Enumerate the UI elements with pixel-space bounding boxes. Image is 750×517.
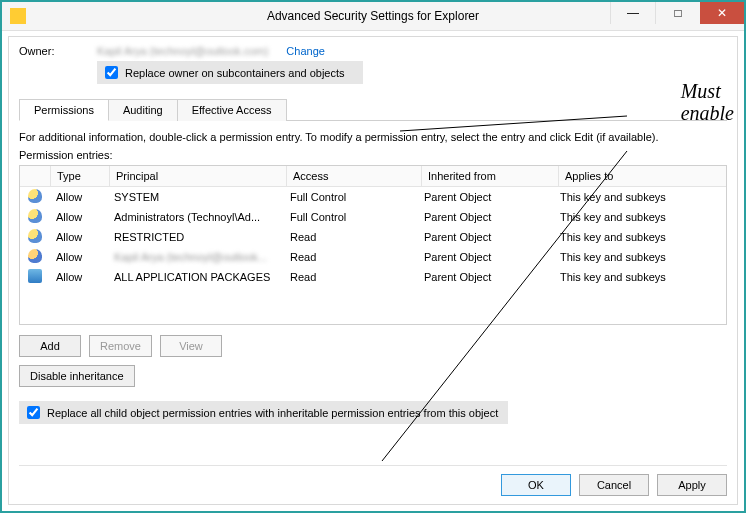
permission-table: Type Principal Access Inherited from App… [19, 165, 727, 325]
cell-principal: Kapil Arya (technoyl@outlook... [108, 251, 284, 263]
cancel-button[interactable]: Cancel [579, 474, 649, 496]
cell-type: Allow [50, 271, 108, 283]
cell-type: Allow [50, 251, 108, 263]
column-inherited[interactable]: Inherited from [422, 166, 559, 186]
replace-child-container: Replace all child object permission entr… [19, 401, 508, 424]
cell-applies: This key and subkeys [554, 251, 726, 263]
principal-icon [28, 189, 42, 203]
annotation-line2: enable [681, 102, 734, 124]
column-applies[interactable]: Applies to [559, 166, 726, 186]
add-button[interactable]: Add [19, 335, 81, 357]
annotation-line1: Must [681, 80, 734, 102]
cell-access: Read [284, 271, 418, 283]
column-principal[interactable]: Principal [110, 166, 287, 186]
content-area: Owner: Kapil Arya (technoyl@outlook.com)… [8, 36, 738, 505]
table-row[interactable]: AllowRESTRICTEDReadParent ObjectThis key… [20, 227, 726, 247]
cell-access: Full Control [284, 191, 418, 203]
entry-buttons: Add Remove View [19, 335, 727, 357]
titlebar: Advanced Security Settings for Explorer … [2, 2, 744, 31]
cell-access: Read [284, 231, 418, 243]
replace-owner-checkbox[interactable] [105, 66, 118, 79]
folder-icon [10, 8, 26, 24]
cell-applies: This key and subkeys [554, 211, 726, 223]
cell-applies: This key and subkeys [554, 271, 726, 283]
tab-effective-access[interactable]: Effective Access [177, 99, 287, 121]
footer-divider [19, 465, 727, 466]
owner-label: Owner: [19, 45, 79, 57]
replace-owner-label: Replace owner on subcontainers and objec… [125, 67, 345, 79]
annotation-text: Must enable [681, 80, 734, 124]
cell-inherited: Parent Object [418, 211, 554, 223]
permission-entries-label: Permission entries: [19, 149, 727, 161]
cell-applies: This key and subkeys [554, 191, 726, 203]
column-access[interactable]: Access [287, 166, 422, 186]
cell-type: Allow [50, 191, 108, 203]
replace-child-label: Replace all child object permission entr… [47, 407, 498, 419]
tab-auditing[interactable]: Auditing [108, 99, 178, 121]
replace-child-checkbox[interactable] [27, 406, 40, 419]
owner-row: Owner: Kapil Arya (technoyl@outlook.com)… [19, 45, 727, 57]
remove-button[interactable]: Remove [89, 335, 152, 357]
principal-icon [28, 209, 42, 223]
cell-principal: ALL APPLICATION PACKAGES [108, 271, 284, 283]
principal-icon [28, 229, 42, 243]
cell-type: Allow [50, 231, 108, 243]
table-row[interactable]: AllowALL APPLICATION PACKAGESReadParent … [20, 267, 726, 287]
cell-applies: This key and subkeys [554, 231, 726, 243]
cell-type: Allow [50, 211, 108, 223]
cell-inherited: Parent Object [418, 231, 554, 243]
disable-inheritance-button[interactable]: Disable inheritance [19, 365, 135, 387]
cell-inherited: Parent Object [418, 191, 554, 203]
cell-inherited: Parent Object [418, 251, 554, 263]
table-header: Type Principal Access Inherited from App… [20, 166, 726, 187]
cell-principal: SYSTEM [108, 191, 284, 203]
column-icon [22, 166, 51, 186]
cell-inherited: Parent Object [418, 271, 554, 283]
info-text: For additional information, double-click… [19, 131, 727, 143]
column-type[interactable]: Type [51, 166, 110, 186]
footer-buttons: OK Cancel Apply [501, 474, 727, 496]
principal-icon [28, 269, 42, 283]
tab-permissions[interactable]: Permissions [19, 99, 109, 121]
principal-icon [28, 249, 42, 263]
ok-button[interactable]: OK [501, 474, 571, 496]
owner-name: Kapil Arya (technoyl@outlook.com) [97, 45, 268, 57]
tab-bar: Permissions Auditing Effective Access [19, 98, 727, 121]
maximize-button[interactable]: □ [655, 2, 700, 24]
table-row[interactable]: AllowAdministrators (Technoyl\Ad...Full … [20, 207, 726, 227]
close-button[interactable]: ✕ [700, 2, 744, 24]
apply-button[interactable]: Apply [657, 474, 727, 496]
window-frame: Advanced Security Settings for Explorer … [0, 0, 746, 513]
window-controls: — □ ✕ [610, 2, 744, 24]
cell-principal: RESTRICTED [108, 231, 284, 243]
table-row[interactable]: AllowKapil Arya (technoyl@outlook...Read… [20, 247, 726, 267]
cell-principal: Administrators (Technoyl\Ad... [108, 211, 284, 223]
cell-access: Full Control [284, 211, 418, 223]
replace-owner-container: Replace owner on subcontainers and objec… [97, 61, 363, 84]
table-row[interactable]: AllowSYSTEMFull ControlParent ObjectThis… [20, 187, 726, 207]
cell-access: Read [284, 251, 418, 263]
change-owner-link[interactable]: Change [286, 45, 325, 57]
minimize-button[interactable]: — [610, 2, 655, 24]
view-button[interactable]: View [160, 335, 222, 357]
